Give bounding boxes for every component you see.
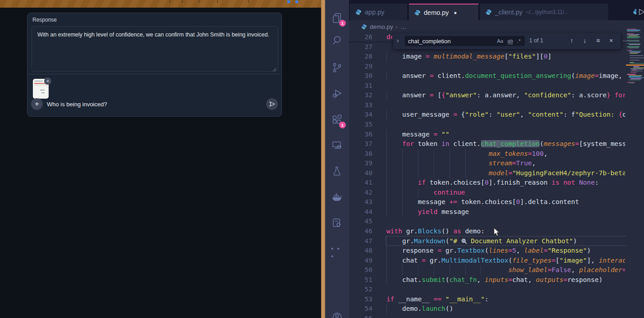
code-token: ] (548, 53, 552, 60)
minimap-code-row (629, 80, 640, 80)
add-file-button[interactable]: + (31, 98, 43, 110)
find-expand-chevron[interactable]: › (397, 37, 399, 44)
code-token: document_question_answering (465, 72, 571, 79)
code-token: image (386, 53, 426, 60)
response-textarea[interactable]: With an extremely high level of confiden… (32, 26, 278, 72)
find-in-selection-button[interactable]: ≡ (596, 37, 600, 44)
code-token: chat, (512, 276, 535, 283)
code-token: in (441, 140, 449, 147)
sidebar-item-source-control[interactable] (331, 62, 343, 74)
find-widget-sash[interactable] (622, 41, 629, 41)
code-token: Textbox (457, 247, 485, 254)
chat-input[interactable]: Who is being invoiced? (47, 101, 107, 108)
find-input[interactable]: chat_completion Aa ab .* (405, 36, 525, 46)
code-line: for token in client.chat_completion(mess… (386, 139, 625, 149)
find-results-count: 1 of 1 (529, 37, 543, 44)
minimap-code-row (627, 30, 640, 30)
code-line: user_message = {"role": "user", "content… (386, 110, 625, 120)
card-divider (27, 74, 281, 74)
code-token: multimodal_message (434, 53, 504, 60)
code-token: as (453, 227, 461, 235)
run-file-button[interactable]: ▷ (639, 7, 644, 16)
account-icon (331, 312, 343, 318)
tab-app-py[interactable]: app.py (350, 4, 408, 20)
code-token: , (532, 159, 536, 167)
vscode-window: 1 (325, 0, 644, 318)
line-number: 26 (350, 32, 372, 42)
code-token: = (422, 257, 426, 264)
find-close-button[interactable]: × (609, 37, 613, 44)
tab-demo-py[interactable]: demo.py ● (409, 4, 479, 20)
find-query[interactable]: chat_completion (405, 38, 497, 45)
send-button[interactable] (266, 98, 278, 110)
sidebar-item-code-settings[interactable] (331, 217, 343, 229)
code-token: file_types (512, 257, 551, 264)
code-token: "Response" (548, 247, 587, 254)
find-previous-button[interactable]: ↑ (570, 37, 573, 44)
code-token: image (575, 72, 595, 79)
indent-guide (465, 168, 466, 178)
code-line (386, 314, 625, 318)
code-token: token (414, 140, 441, 147)
breadcrumb-more[interactable]: … (400, 23, 407, 30)
resize-handle[interactable] (272, 65, 277, 70)
code-token: ( (540, 140, 544, 147)
code-token: label (524, 247, 544, 254)
code-token: outputs (536, 276, 563, 283)
code-token: = (434, 131, 438, 138)
code-token: Blocks (418, 227, 441, 235)
indent-guide (465, 265, 466, 275)
match-case-toggle[interactable]: Aa (497, 38, 503, 44)
code-token: = (528, 150, 532, 157)
indent-guide (402, 149, 403, 159)
code-token: == (434, 295, 441, 303)
sidebar-item-explorer[interactable]: 1 (331, 12, 343, 24)
sidebar-item-remote-explorer[interactable] (331, 140, 343, 152)
code-token: , (520, 111, 528, 118)
minimap-code-row (627, 34, 639, 35)
code-line: show_label=False, placeholder= (386, 265, 625, 275)
find-next-button[interactable]: ↓ (583, 37, 586, 44)
remove-attachment-button[interactable]: × (44, 77, 51, 85)
sidebar-item-more-tools[interactable]: • • • (331, 245, 343, 257)
sidebar-item-testing[interactable] (331, 165, 343, 177)
minimap-code-row (629, 75, 642, 76)
regex-toggle[interactable]: .* (517, 38, 521, 44)
code-token: interac (599, 257, 625, 264)
line-number: 38 (350, 149, 372, 159)
line-number: 32 (350, 91, 372, 100)
window-divider (321, 0, 325, 318)
topbar-blue-dot (287, 0, 290, 3)
breadcrumb-separator: › (396, 23, 398, 30)
sidebar-item-account[interactable] (331, 312, 343, 318)
code-line: max_tokens=100, (386, 149, 625, 159)
sidebar-item-run-debug[interactable] (331, 88, 343, 100)
indent-guide (386, 207, 387, 217)
code-token (559, 179, 563, 186)
code-token: max_tokens (489, 150, 528, 157)
breadcrumb-file[interactable]: demo.py (370, 23, 393, 30)
minimap[interactable] (626, 20, 644, 318)
sidebar-item-docker[interactable] (331, 191, 343, 204)
ellipsis-icon: • • • (331, 245, 343, 260)
find-widget: › chat_completion Aa ab .* 1 of 1 ↑ ↓ ≡ … (393, 33, 621, 50)
minimap-code-row (627, 82, 635, 82)
indent-guide (402, 159, 403, 168)
code-token: = (453, 111, 457, 118)
code-token: demo. (386, 305, 422, 312)
modified-dot-icon: ● (454, 10, 457, 15)
code-token: "HuggingFaceH4/zephyr-7b-beta (512, 169, 625, 177)
code-token: ) (573, 237, 577, 245)
code-token: response (386, 247, 438, 254)
indent-guide (386, 168, 387, 178)
code-line: yield message (386, 207, 625, 217)
sidebar-item-search[interactable] (331, 35, 343, 47)
minimap-code-row (629, 36, 638, 36)
code-token: False (552, 266, 571, 273)
sidebar-item-extensions[interactable]: 1 (331, 114, 343, 126)
code-token: client. (434, 72, 465, 79)
indent-guide (402, 188, 403, 198)
python-icon (485, 9, 492, 15)
whole-word-toggle[interactable]: ab (508, 38, 513, 44)
tab-client-py[interactable]: _client.py ~/.../python3.11/... (480, 4, 609, 20)
